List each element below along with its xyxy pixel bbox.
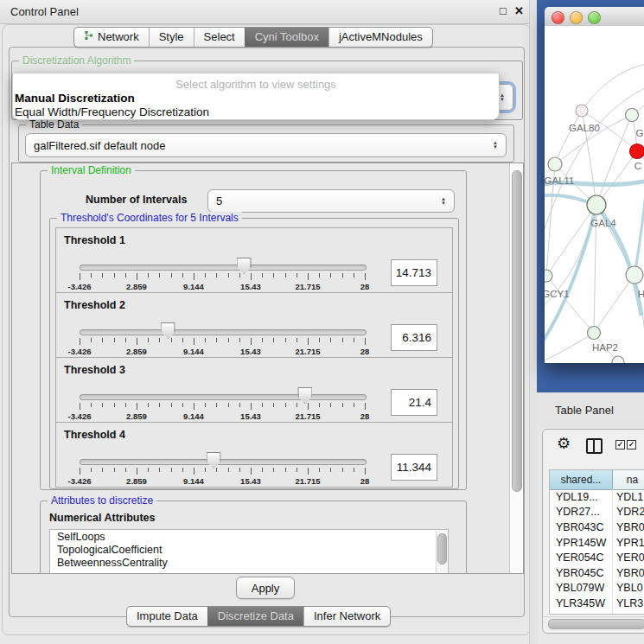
table-data-title: Table Data bbox=[26, 118, 82, 131]
slider-thumb[interactable] bbox=[161, 322, 175, 339]
node-table: shared... na YDL19...YDL1YDR27...YDR2YBR… bbox=[549, 469, 644, 615]
minimize-traffic-light-icon[interactable] bbox=[570, 11, 583, 24]
tab-infer-network[interactable]: Infer Network bbox=[303, 607, 390, 626]
numerical-attributes-list[interactable]: SelfLoopsTopologicalCoefficientBetweenne… bbox=[49, 529, 449, 574]
network-node-h[interactable] bbox=[626, 266, 643, 284]
column-header-shared-name[interactable]: shared... bbox=[550, 470, 613, 489]
table-row[interactable]: YER054CYER0 bbox=[550, 550, 644, 565]
network-node-gal4[interactable] bbox=[587, 195, 606, 214]
algorithm-placeholder-option[interactable]: Select algorithm to view settings bbox=[13, 78, 499, 91]
threshold-value-field[interactable]: 11.344 bbox=[391, 454, 437, 481]
table-row[interactable]: YPR145WYPR1 bbox=[550, 535, 644, 551]
cell-shared-name: YBR043C bbox=[550, 520, 613, 535]
tab-jactivemnodules[interactable]: jActiveMNodules bbox=[328, 28, 432, 47]
close-traffic-light-icon[interactable] bbox=[552, 11, 564, 24]
algorithm-option-equal-width[interactable]: Equal Width/Frequency Discretization bbox=[15, 105, 209, 118]
network-canvas[interactable]: GAL80GCGAL11GAL4GCY1HHAP2 bbox=[545, 26, 644, 363]
threshold-value-field[interactable]: 6.316 bbox=[391, 324, 437, 351]
network-node-gal80[interactable] bbox=[576, 105, 588, 117]
tick-mark bbox=[216, 403, 217, 407]
cell-name: YIL0 bbox=[613, 611, 644, 614]
slider-tick-labels: -3.4262.8599.14415.4321.71528 bbox=[80, 282, 365, 291]
network-graph[interactable]: GAL80GCGAL11GAL4GCY1HHAP2 bbox=[545, 26, 644, 363]
network-edge-thick bbox=[634, 156, 644, 275]
cell-name: YBR0 bbox=[613, 565, 644, 581]
cell-name: YBR0 bbox=[613, 520, 644, 535]
tab-cyni-toolbox[interactable]: Cyni Toolbox bbox=[245, 28, 328, 47]
tick-mark bbox=[296, 403, 297, 407]
tab-select[interactable]: Select bbox=[194, 28, 245, 47]
tick-mark bbox=[80, 273, 80, 280]
scrollbar-thumb[interactable] bbox=[512, 170, 522, 492]
apply-button[interactable]: Apply bbox=[236, 577, 295, 599]
table-row[interactable]: YDR27...YDR2 bbox=[550, 505, 644, 520]
cell-name: YLR3 bbox=[613, 596, 644, 611]
table-row[interactable]: YBR045CYBR0 bbox=[550, 565, 644, 581]
slider-thumb[interactable] bbox=[237, 258, 252, 274]
table-horizontal-scrollbar[interactable] bbox=[544, 616, 644, 629]
checkbox-icon[interactable]: ✓ bbox=[627, 440, 636, 450]
table-row[interactable]: YIL052CYIL0 bbox=[550, 611, 644, 614]
slider-thumb[interactable] bbox=[207, 452, 221, 469]
network-node-gal11[interactable] bbox=[548, 157, 562, 171]
slider-ticks bbox=[80, 338, 365, 346]
algorithm-dropdown-popup: Select algorithm to view settings Manual… bbox=[12, 73, 500, 120]
close-window-icon[interactable]: ✕ bbox=[514, 4, 524, 17]
cell-shared-name: YPR145W bbox=[550, 535, 613, 551]
tick-mark bbox=[171, 338, 172, 342]
tick-mark bbox=[80, 403, 80, 410]
threshold-value-field[interactable]: 14.713 bbox=[391, 259, 437, 286]
tick-label: 2.859 bbox=[126, 411, 147, 421]
tab-style[interactable]: Style bbox=[149, 28, 194, 47]
settings-scrollbar[interactable] bbox=[509, 163, 523, 573]
float-window-icon[interactable]: □ bbox=[500, 4, 507, 17]
table-panel: ⚙ ✓ ✓ shared... na YDL19...YDL1YDR27...Y… bbox=[542, 429, 644, 634]
slider-track[interactable] bbox=[80, 329, 367, 335]
tick-mark bbox=[159, 403, 160, 407]
tab-discretize-data[interactable]: Discretize Data bbox=[207, 607, 303, 626]
tick-mark bbox=[91, 468, 92, 472]
threshold-value-field[interactable]: 21.4 bbox=[391, 389, 437, 416]
attribute-item-topologicalcoefficient[interactable]: TopologicalCoefficient bbox=[50, 543, 448, 556]
node-label: GAL4 bbox=[590, 218, 616, 228]
tab-label: Style bbox=[159, 30, 184, 43]
columns-icon[interactable] bbox=[586, 438, 603, 454]
network-node-g[interactable] bbox=[626, 109, 639, 122]
attribute-item-selfloops[interactable]: SelfLoops bbox=[50, 530, 448, 543]
tab-impute-data[interactable]: Impute Data bbox=[127, 607, 207, 626]
tick-label: 15.43 bbox=[240, 347, 261, 356]
number-of-intervals-combo[interactable]: 5 ▲▼ bbox=[207, 189, 455, 213]
network-window-titlebar[interactable] bbox=[545, 7, 644, 27]
checkbox-icon[interactable]: ✓ bbox=[615, 440, 625, 450]
slider-track[interactable] bbox=[80, 459, 367, 465]
tick-mark bbox=[148, 468, 149, 472]
table-row[interactable]: YBR043CYBR0 bbox=[550, 520, 644, 535]
tick-mark bbox=[137, 403, 137, 410]
table-row[interactable]: YBL079WYBL0 bbox=[550, 581, 644, 596]
table-row[interactable]: YLR345WYLR3 bbox=[550, 596, 644, 611]
gear-icon[interactable]: ⚙ bbox=[557, 434, 571, 453]
column-header-name[interactable]: na bbox=[613, 470, 644, 489]
scrollbar-thumb[interactable] bbox=[437, 533, 447, 564]
attributes-title: Attributes to discretize bbox=[48, 494, 156, 507]
scrollbar-thumb[interactable] bbox=[548, 619, 644, 629]
tick-mark bbox=[273, 273, 274, 277]
threshold-panel-4: Threshold 4-3.4262.8599.14415.4321.71528… bbox=[55, 422, 453, 488]
attributes-scrollbar[interactable] bbox=[436, 531, 447, 574]
algorithm-option-manual[interactable]: Manual Discretization bbox=[15, 92, 135, 105]
table-data-combo[interactable]: galFiltered.sif default node ▲▼ bbox=[25, 133, 507, 157]
network-node-c[interactable] bbox=[630, 144, 644, 159]
tick-mark bbox=[228, 468, 229, 472]
tab-network[interactable]: Network bbox=[74, 28, 149, 47]
slider-thumb[interactable] bbox=[297, 387, 312, 404]
slider-track[interactable] bbox=[80, 394, 367, 400]
tick-mark bbox=[194, 273, 194, 280]
attribute-item-betweennesscentrality[interactable]: BetweennessCentrality bbox=[50, 556, 448, 569]
network-node-hap2[interactable] bbox=[588, 327, 601, 340]
tick-mark bbox=[148, 273, 149, 277]
network-node[interactable] bbox=[612, 356, 624, 363]
slider-track[interactable] bbox=[80, 265, 367, 271]
network-node-gcy1[interactable] bbox=[545, 270, 552, 282]
table-row[interactable]: YDL19...YDL1 bbox=[550, 489, 644, 505]
zoom-traffic-light-icon[interactable] bbox=[588, 11, 601, 24]
